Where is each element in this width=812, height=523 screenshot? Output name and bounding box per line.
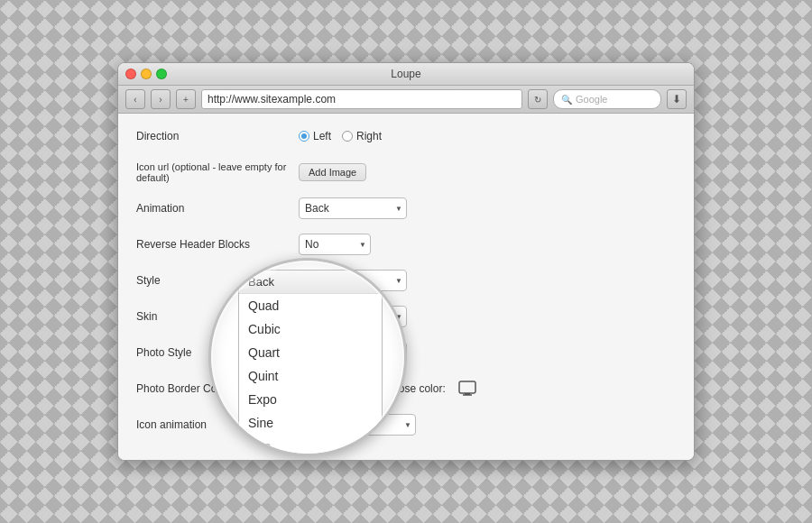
back-icon: ‹ xyxy=(134,95,136,105)
maximize-button[interactable] xyxy=(156,69,167,79)
direction-right[interactable]: Right xyxy=(342,130,382,142)
search-icon: 🔍 xyxy=(561,95,572,105)
icon-url-label: Icon url (optional - leave empty for def… xyxy=(136,161,299,183)
reverse-header-control: No ▼ xyxy=(299,234,676,255)
loupe-inner: Back Quad Cubic Quart Quint Expo Sine Ci… xyxy=(211,261,404,454)
loupe-circle: Back Quad Cubic Quart Quint Expo Sine Ci… xyxy=(208,258,407,456)
direction-label: Direction xyxy=(136,130,299,142)
animation-label: Animation xyxy=(136,202,299,215)
refresh-button[interactable]: ↻ xyxy=(528,89,548,109)
direction-row: Direction Left Right xyxy=(136,124,676,148)
reverse-header-select[interactable]: No xyxy=(299,234,371,255)
window-title: Loupe xyxy=(391,68,420,80)
radio-left-label: Left xyxy=(313,130,331,142)
radio-right-label: Right xyxy=(356,130,382,142)
monitor-svg xyxy=(458,381,476,397)
forward-button[interactable]: › xyxy=(151,89,171,109)
dropdown-item-cubic[interactable]: Cubic xyxy=(239,317,382,341)
browser-window: Loupe ‹ › + http://www.sitexample.com ↻ … xyxy=(117,62,695,461)
radio-right-indicator xyxy=(342,131,353,142)
url-bar[interactable]: http://www.sitexample.com xyxy=(201,89,522,109)
dropdown-item-quad[interactable]: Quad xyxy=(239,294,382,317)
animation-select-wrapper: Back ▼ xyxy=(299,197,407,219)
reverse-header-select-wrapper: No ▼ xyxy=(299,234,371,255)
loupe-magnifier: Back Quad Cubic Quart Quint Expo Sine Ci… xyxy=(208,258,407,456)
icon-url-row: Icon url (optional - leave empty for def… xyxy=(136,161,676,184)
add-tab-button[interactable]: + xyxy=(176,89,196,109)
direction-control: Left Right xyxy=(299,130,676,142)
traffic-lights xyxy=(125,69,167,79)
title-bar: Loupe xyxy=(118,63,694,86)
close-button[interactable] xyxy=(125,69,136,79)
download-button[interactable]: ⬇ xyxy=(667,89,687,109)
dropdown-item-quart[interactable]: Quart xyxy=(239,341,382,364)
icon-url-control: Add Image xyxy=(299,163,676,181)
monitor-icon xyxy=(458,381,476,397)
forward-icon: › xyxy=(159,95,161,105)
content-area: Direction Left Right Icon url (optional … xyxy=(118,114,694,460)
direction-left[interactable]: Left xyxy=(299,130,331,142)
add-image-button[interactable]: Add Image xyxy=(299,163,366,181)
reverse-header-label: Reverse Header Blocks xyxy=(136,238,299,251)
radio-left-indicator xyxy=(299,131,309,142)
animation-row: Animation Back ▼ xyxy=(136,197,676,220)
refresh-icon: ↻ xyxy=(534,95,541,105)
toolbar: ‹ › + http://www.sitexample.com ↻ 🔍 Goog… xyxy=(118,86,694,114)
animation-select[interactable]: Back xyxy=(299,197,407,219)
back-button[interactable]: ‹ xyxy=(125,89,145,109)
plus-icon: + xyxy=(183,95,189,105)
reverse-header-row: Reverse Header Blocks No ▼ xyxy=(136,233,676,256)
svg-rect-0 xyxy=(459,381,475,393)
dropdown-header-item: Back xyxy=(239,271,382,294)
dropdown-item-sine[interactable]: Sine xyxy=(239,411,382,435)
minimize-button[interactable] xyxy=(141,69,152,79)
search-placeholder: Google xyxy=(576,94,607,105)
loupe-dropdown-list: Back Quad Cubic Quart Quint Expo Sine Ci… xyxy=(238,270,383,454)
dropdown-item-expo[interactable]: Expo xyxy=(239,388,382,411)
dropdown-item-circ[interactable]: Circ xyxy=(239,435,382,454)
search-bar[interactable]: 🔍 Google xyxy=(553,89,661,109)
animation-control: Back ▼ xyxy=(299,197,676,219)
url-text: http://www.sitexample.com xyxy=(208,93,336,106)
dropdown-item-quint[interactable]: Quint xyxy=(239,364,382,388)
